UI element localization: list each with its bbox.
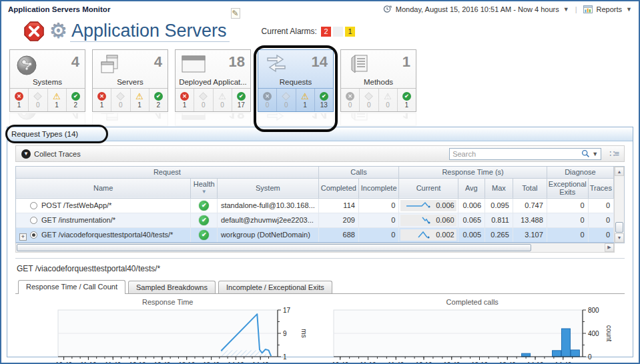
reports-icon <box>583 5 593 13</box>
tile-alarm-count: 2 <box>74 101 78 109</box>
timerange-label[interactable]: Monday, August 15, 2016 10:51 AM - Now 4… <box>396 5 559 13</box>
column-header-avg[interactable]: Avg <box>458 178 485 198</box>
tab-sampled-breakdowns[interactable]: Sampled Breakdowns <box>128 281 216 293</box>
tab-response-time-call-count[interactable]: Response Time / Call Count <box>18 280 125 294</box>
scroll-right-arrow[interactable]: ▶ <box>605 243 614 252</box>
tile-alarm-cell: ✕1 <box>93 89 111 111</box>
reports-dropdown-caret[interactable]: ▼ <box>626 6 632 13</box>
tile-label: Methods <box>341 78 416 88</box>
table-row[interactable]: GET /instrumentation/*✔default@zhuvmwj2e… <box>16 213 614 227</box>
tile-label: Servers <box>93 78 168 88</box>
critical-alarm-icon <box>365 92 374 101</box>
tile-alarm-cell: ✔17 <box>232 89 250 111</box>
column-header-traces[interactable]: Traces <box>588 178 613 198</box>
row-radio-button[interactable] <box>30 231 37 239</box>
total-response-cell: 3.107 <box>513 227 547 242</box>
current-response-value: 0.002 <box>436 231 454 239</box>
alarm-badge-0[interactable]: 2 <box>321 27 331 37</box>
critical-alarm-icon <box>34 92 43 101</box>
expand-row-icon[interactable]: + <box>19 233 27 241</box>
tile-deployed-applicat-[interactable]: 18Deployed Applicat...✕10⚠0✔17 <box>175 49 251 112</box>
sort-arrow-icon[interactable]: ▼ <box>192 188 215 196</box>
column-header-health[interactable]: Health▼ <box>191 178 217 198</box>
vertical-scroll-thumb[interactable] <box>615 222 623 233</box>
response-sparkline: 0.002 <box>400 229 456 241</box>
tile-alarm-count: 2 <box>157 101 161 109</box>
request-name: GET /viacodeforquesttestportal40/tests/* <box>41 231 173 239</box>
request-detail-section: GET /viacodeforquesttestportal40/tests/*… <box>15 258 625 364</box>
svg-text:12:10: 12:10 <box>129 361 146 364</box>
tile-requests[interactable]: 14Requests✕00⚠1✔13 <box>258 49 334 112</box>
tile-systems[interactable]: 4Systems✕10⚠1✔2 <box>9 49 85 112</box>
horizontal-scrollbar[interactable]: ▶ <box>15 243 615 253</box>
svg-text:800: 800 <box>588 307 599 314</box>
fatal-alarm-icon: ✕ <box>180 92 189 101</box>
tile-alarm-cell: 0 <box>111 89 129 111</box>
column-header-completed[interactable]: Completed <box>318 178 358 198</box>
reports-menu[interactable]: Reports <box>597 5 623 13</box>
chart-canvas: 10:4011:1011:4012:1012:4013:1013:4014:10… <box>320 307 624 364</box>
row-radio-button[interactable] <box>30 202 37 209</box>
tile-servers[interactable]: 4Servers✕10⚠1✔2 <box>92 49 168 112</box>
vertical-scrollbar[interactable]: ▲ ▼ <box>614 167 624 243</box>
top-bar: Application Servers Monitor Monday, Augu… <box>1 1 639 15</box>
collect-traces-button[interactable]: ▼ Collect Traces <box>21 149 81 159</box>
tile-alarm-cell: ✕0 <box>341 89 359 111</box>
response-sparkline: 0.060 <box>400 215 456 226</box>
tile-methods[interactable]: 1Methods✕00⚠0✔1 <box>340 49 416 112</box>
sparkline-chart <box>405 230 434 239</box>
tile-alarm-count: 0 <box>220 101 224 109</box>
tile-label: Requests <box>258 78 333 88</box>
column-header-incomplete[interactable]: Incomplete <box>358 178 398 198</box>
health-ok-icon: ✔ <box>199 201 209 211</box>
health-ok-icon: ✔ <box>199 215 209 225</box>
total-response-cell: 13.488 <box>513 213 547 227</box>
normal-state-icon: ✔ <box>320 92 328 101</box>
svg-text:12:10: 12:10 <box>415 361 432 364</box>
request-types-title: Request Types (14) <box>11 130 78 138</box>
scroll-up-arrow[interactable]: ▲ <box>615 167 624 176</box>
tab-incomplete-exceptional-exits[interactable]: Incomplete / Exceptional Exits <box>218 281 332 293</box>
current-alarms-label: Current Alarms: <box>262 27 317 36</box>
incomplete-calls-cell: 0 <box>358 213 398 227</box>
critical-alarm-icon <box>282 92 291 101</box>
incomplete-calls-cell: 0 <box>358 227 398 242</box>
health-cell: ✔ <box>191 198 217 213</box>
column-header-exceptional-exits[interactable]: Exceptional Exits <box>547 178 588 198</box>
tile-count: 1 <box>402 113 410 121</box>
fatal-alarm-icon: ✕ <box>15 92 23 101</box>
tile-alarm-cell: ⚠0 <box>378 89 397 111</box>
edit-title-icon[interactable]: ✎ <box>231 8 240 19</box>
alarm-badge-2[interactable]: 1 <box>345 27 355 37</box>
alarm-badge-1[interactable] <box>333 27 343 37</box>
collect-traces-icon: ▼ <box>21 149 31 159</box>
column-header-name[interactable]: Name <box>16 178 191 198</box>
column-header-current[interactable]: Current <box>399 178 458 198</box>
total-response-cell: 0.747 <box>513 198 547 213</box>
methods-icon <box>346 54 370 75</box>
table-row[interactable]: +GET /viacodeforquesttestportal40/tests/… <box>16 227 614 242</box>
scroll-down-arrow[interactable]: ▼ <box>615 233 624 243</box>
max-response-cell: 0.265 <box>485 227 513 242</box>
table-customizer-icon[interactable]: ∷≡ <box>609 149 619 159</box>
column-group-response-time-s-: Response Time (s) <box>399 167 547 178</box>
exceptional-exits-cell: 0 <box>547 227 588 242</box>
timerange-dropdown-caret[interactable]: ▼ <box>563 6 569 13</box>
svg-text:11:10: 11:10 <box>360 361 376 364</box>
search-icon[interactable] <box>581 149 590 158</box>
column-header-total[interactable]: Total <box>513 178 547 198</box>
horizontal-scroll-thumb[interactable] <box>17 244 531 251</box>
search-input[interactable] <box>452 150 579 158</box>
svg-text:10:40: 10:40 <box>332 361 348 364</box>
tile-alarm-count: 0 <box>202 101 206 109</box>
normal-state-icon: ✔ <box>402 92 411 101</box>
column-header-system[interactable]: System <box>217 178 318 198</box>
tile-count: 14 <box>312 54 328 70</box>
table-toolbar: ▼ Collect Traces ▼ ∷≡ <box>15 145 625 162</box>
tile-wrap-methods: 1Methods✕00⚠0✔11Methods✕00⚠0✔1 <box>340 49 416 128</box>
search-options-caret[interactable]: ▼ <box>592 151 598 157</box>
column-header-max[interactable]: Max <box>485 178 513 198</box>
table-row[interactable]: POST /TestWebApp/*✔standalone-full@10.30… <box>16 198 614 213</box>
row-radio-button[interactable] <box>30 217 37 224</box>
tile-alarm-count: 13 <box>320 101 328 109</box>
